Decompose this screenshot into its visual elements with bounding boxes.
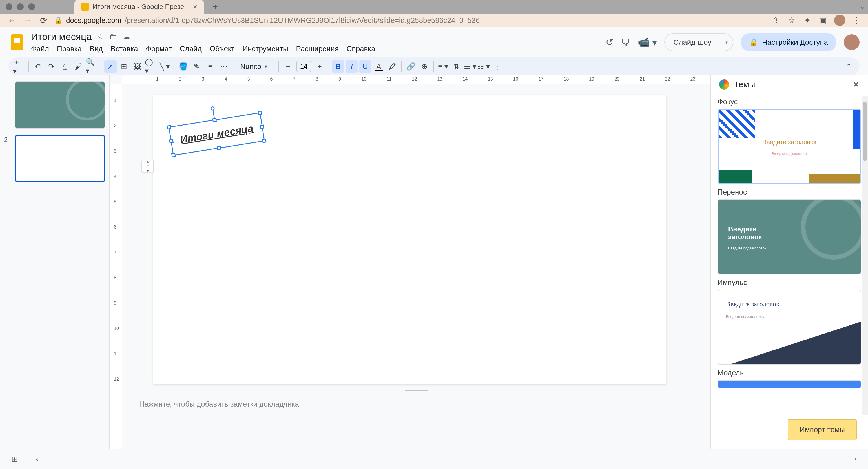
- shape-tool[interactable]: ◯ ▾: [145, 60, 157, 73]
- window-controls[interactable]: [6, 3, 35, 10]
- resize-handle-br[interactable]: [262, 138, 267, 143]
- resize-handle-bl[interactable]: [172, 153, 176, 157]
- share-page-icon[interactable]: ⇪: [771, 16, 780, 25]
- explore-icon[interactable]: ⊞: [11, 455, 18, 464]
- address-bar[interactable]: 🔒 docs.google.com/presentation/d/1-qp78z…: [54, 16, 766, 25]
- profile-avatar-small[interactable]: [834, 14, 845, 26]
- tabs-overflow-icon[interactable]: ⌄: [857, 2, 868, 12]
- menu-format[interactable]: Формат: [146, 44, 172, 53]
- more-tools-button[interactable]: ⋮: [491, 60, 503, 73]
- filmstrip[interactable]: 1 2 —: [0, 75, 110, 449]
- fit-text-widget[interactable]: ▴ ≡ ▾: [142, 160, 154, 172]
- browser-tab[interactable]: Итоги месяца - Google Презе ×: [74, 0, 204, 13]
- font-family-select[interactable]: Nunito ▾: [236, 62, 276, 71]
- slide-canvas[interactable]: ▴ ≡ ▾: [153, 95, 666, 384]
- meet-icon[interactable]: 📹 ▾: [638, 37, 657, 48]
- italic-button[interactable]: I: [345, 60, 358, 73]
- print-button[interactable]: 🖨: [59, 60, 71, 73]
- ruler-horizontal[interactable]: 123456789101112131415161718192021222324: [122, 75, 710, 84]
- rotate-handle[interactable]: [211, 106, 215, 111]
- themes-scrollbar[interactable]: [862, 96, 868, 415]
- line-tool[interactable]: ╲ ▾: [158, 60, 171, 73]
- paint-format-button[interactable]: 🖌: [72, 60, 85, 73]
- resize-handle-tr[interactable]: [257, 111, 262, 115]
- menu-help[interactable]: Справка: [347, 44, 375, 53]
- browser-menu-icon[interactable]: ⋮: [852, 16, 861, 25]
- close-panel-icon[interactable]: ✕: [852, 80, 860, 90]
- speaker-notes[interactable]: Нажмите, чтобы добавить заметки докладчи…: [122, 397, 710, 413]
- border-dash-button[interactable]: ⋯: [218, 60, 230, 73]
- move-icon[interactable]: 🗀: [110, 32, 117, 41]
- resize-handle-tl[interactable]: [167, 125, 172, 130]
- menu-object[interactable]: Объект: [210, 44, 235, 53]
- select-tool[interactable]: ➚: [104, 60, 117, 73]
- align-button[interactable]: ≡ ▾: [437, 60, 449, 73]
- insert-link-button[interactable]: 🔗: [405, 60, 417, 73]
- new-slide-button[interactable]: ＋ ▾: [13, 60, 25, 73]
- textbox-text[interactable]: Итоги месяца: [179, 123, 254, 145]
- extensions-icon[interactable]: ✦: [803, 16, 812, 25]
- comments-icon[interactable]: 🗨: [621, 37, 630, 48]
- bold-button[interactable]: B: [332, 60, 344, 73]
- fontsize-input[interactable]: 14: [297, 61, 311, 72]
- menu-edit[interactable]: Правка: [57, 44, 82, 53]
- underline-button[interactable]: U: [359, 60, 371, 73]
- bookmark-icon[interactable]: ☆: [787, 16, 796, 25]
- share-button[interactable]: 🔒 Настройки Доступа: [741, 33, 836, 51]
- numbered-list-button[interactable]: ☷ ▾: [477, 60, 490, 73]
- resize-handle-tm[interactable]: [212, 118, 217, 123]
- back-button[interactable]: ←: [7, 15, 17, 25]
- theme-card-impulse[interactable]: Введите заголовок Введите подзаголовок: [717, 290, 861, 365]
- scrollbar-thumb[interactable]: [863, 102, 867, 161]
- menu-tools[interactable]: Инструменты: [242, 44, 288, 53]
- resize-handle-bm[interactable]: [217, 145, 221, 150]
- maximize-window[interactable]: [28, 3, 35, 10]
- slides-logo[interactable]: [8, 34, 25, 51]
- fill-color-button[interactable]: 🪣: [177, 60, 189, 73]
- notes-resize-handle[interactable]: [405, 390, 428, 391]
- image-tool[interactable]: 🖼: [131, 60, 144, 73]
- theme-card-perenos[interactable]: Введите заголовок Введите подзаголовок: [717, 199, 861, 274]
- theme-card-model[interactable]: [717, 380, 861, 389]
- reload-button[interactable]: ⟳: [38, 15, 49, 25]
- star-icon[interactable]: ☆: [97, 32, 104, 41]
- undo-button[interactable]: ↶: [32, 60, 44, 73]
- history-icon[interactable]: ↺: [606, 37, 614, 48]
- sidepanel-icon[interactable]: ▣: [818, 16, 828, 25]
- slide-thumb-2[interactable]: —: [14, 135, 105, 182]
- cloud-status-icon[interactable]: ☁: [122, 32, 130, 41]
- show-sidepanel-icon[interactable]: ‹: [855, 455, 857, 463]
- ruler-vertical[interactable]: 123456789101112: [110, 84, 122, 449]
- minimize-window[interactable]: [17, 3, 24, 10]
- textbox-tool[interactable]: ⊞: [118, 60, 130, 73]
- menu-slide[interactable]: Слайд: [180, 44, 202, 53]
- add-comment-button[interactable]: ⊕: [418, 60, 431, 73]
- bullet-list-button[interactable]: ☰ ▾: [464, 60, 476, 73]
- themes-list[interactable]: Фокус Введите заголовок Введите подзагол…: [711, 94, 868, 449]
- doc-title[interactable]: Итоги месяца: [31, 31, 92, 42]
- profile-avatar[interactable]: [844, 34, 860, 50]
- border-color-button[interactable]: ✎: [190, 60, 203, 73]
- text-color-button[interactable]: A: [373, 60, 385, 73]
- fontsize-increase[interactable]: +: [313, 60, 326, 73]
- resize-handle-mr[interactable]: [260, 125, 265, 129]
- collapse-filmstrip-icon[interactable]: ‹: [36, 455, 38, 463]
- collapse-toolbar-button[interactable]: ⌃: [843, 60, 855, 73]
- menu-insert[interactable]: Вставка: [111, 44, 138, 53]
- new-tab-button[interactable]: +: [209, 2, 222, 12]
- redo-button[interactable]: ↷: [45, 60, 58, 73]
- resize-handle-ml[interactable]: [169, 139, 174, 143]
- menu-extensions[interactable]: Расширения: [296, 44, 339, 53]
- menu-file[interactable]: Файл: [31, 44, 49, 53]
- slideshow-dropdown-icon[interactable]: ▾: [720, 34, 733, 51]
- slideshow-button[interactable]: Слайд-шоу ▾: [664, 33, 733, 51]
- selected-textbox[interactable]: Итоги месяца: [168, 112, 265, 156]
- close-window[interactable]: [6, 3, 12, 10]
- theme-card-focus[interactable]: Введите заголовок Введите подзаголовок: [717, 109, 861, 184]
- zoom-button[interactable]: 🔍 ▾: [86, 60, 98, 73]
- highlight-color-button[interactable]: 🖍: [386, 60, 399, 73]
- line-spacing-button[interactable]: ⇅: [451, 60, 463, 73]
- slide-thumb-1[interactable]: [14, 81, 105, 129]
- import-theme-button[interactable]: Импорт темы: [788, 419, 857, 440]
- tab-close-icon[interactable]: ×: [193, 3, 197, 11]
